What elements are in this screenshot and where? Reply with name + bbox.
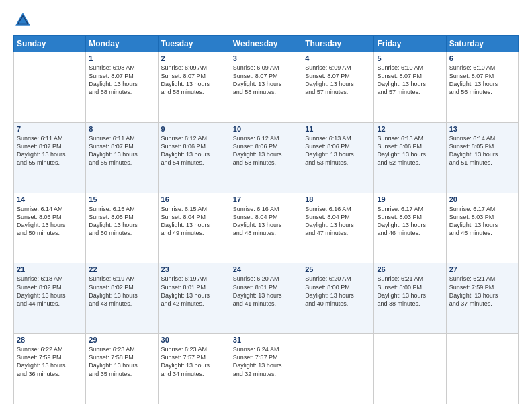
day-number: 3 [233, 54, 299, 62]
calendar-cell: 11Sunrise: 6:13 AM Sunset: 8:06 PM Dayli… [302, 122, 374, 193]
calendar-cell: 8Sunrise: 6:11 AM Sunset: 8:07 PM Daylig… [86, 122, 158, 193]
day-info: Sunrise: 6:22 AM Sunset: 7:59 PM Dayligh… [17, 345, 83, 378]
calendar-cell: 5Sunrise: 6:10 AM Sunset: 8:07 PM Daylig… [374, 52, 446, 123]
day-info: Sunrise: 6:11 AM Sunset: 8:07 PM Dayligh… [89, 134, 154, 167]
calendar-cell: 20Sunrise: 6:17 AM Sunset: 8:03 PM Dayli… [446, 193, 518, 263]
day-info: Sunrise: 6:24 AM Sunset: 7:57 PM Dayligh… [233, 345, 299, 378]
day-number: 27 [449, 265, 515, 273]
day-info: Sunrise: 6:13 AM Sunset: 8:06 PM Dayligh… [305, 134, 371, 167]
calendar-cell: 25Sunrise: 6:20 AM Sunset: 8:00 PM Dayli… [302, 263, 374, 334]
day-number: 22 [89, 265, 154, 273]
calendar-cell: 15Sunrise: 6:15 AM Sunset: 8:05 PM Dayli… [86, 193, 158, 263]
day-info: Sunrise: 6:17 AM Sunset: 8:03 PM Dayligh… [377, 205, 443, 238]
calendar-cell: 16Sunrise: 6:15 AM Sunset: 8:04 PM Dayli… [158, 193, 230, 263]
calendar-cell [374, 334, 446, 404]
page: SundayMondayTuesdayWednesdayThursdayFrid… [0, 0, 532, 411]
calendar-cell: 14Sunrise: 6:14 AM Sunset: 8:05 PM Dayli… [14, 193, 86, 263]
day-number: 11 [305, 125, 371, 133]
calendar-cell: 2Sunrise: 6:09 AM Sunset: 8:07 PM Daylig… [158, 52, 230, 123]
weekday-header-saturday: Saturday [446, 36, 518, 52]
calendar-table: SundayMondayTuesdayWednesdayThursdayFrid… [13, 35, 519, 404]
calendar-cell: 28Sunrise: 6:22 AM Sunset: 7:59 PM Dayli… [14, 334, 86, 404]
weekday-header-sunday: Sunday [14, 36, 86, 52]
calendar-cell: 22Sunrise: 6:19 AM Sunset: 8:02 PM Dayli… [86, 263, 158, 334]
day-number: 14 [17, 195, 83, 203]
calendar-cell: 4Sunrise: 6:09 AM Sunset: 8:07 PM Daylig… [302, 52, 374, 123]
day-number: 5 [377, 54, 443, 62]
weekday-header-tuesday: Tuesday [158, 36, 230, 52]
day-number: 6 [449, 54, 515, 62]
day-info: Sunrise: 6:14 AM Sunset: 8:05 PM Dayligh… [449, 134, 515, 167]
day-info: Sunrise: 6:19 AM Sunset: 8:02 PM Dayligh… [89, 275, 154, 308]
day-number: 13 [449, 125, 515, 133]
calendar-cell: 7Sunrise: 6:11 AM Sunset: 8:07 PM Daylig… [14, 122, 86, 193]
calendar-cell: 30Sunrise: 6:23 AM Sunset: 7:57 PM Dayli… [158, 334, 230, 404]
day-info: Sunrise: 6:16 AM Sunset: 8:04 PM Dayligh… [233, 205, 299, 238]
header [13, 11, 519, 30]
day-info: Sunrise: 6:14 AM Sunset: 8:05 PM Dayligh… [17, 205, 83, 238]
weekday-header-friday: Friday [374, 36, 446, 52]
day-number: 20 [449, 195, 515, 203]
calendar-cell: 9Sunrise: 6:12 AM Sunset: 8:06 PM Daylig… [158, 122, 230, 193]
day-info: Sunrise: 6:21 AM Sunset: 7:59 PM Dayligh… [449, 275, 515, 308]
calendar-cell: 12Sunrise: 6:13 AM Sunset: 8:06 PM Dayli… [374, 122, 446, 193]
calendar-cell: 31Sunrise: 6:24 AM Sunset: 7:57 PM Dayli… [230, 334, 302, 404]
day-number: 1 [89, 54, 154, 62]
day-info: Sunrise: 6:10 AM Sunset: 8:07 PM Dayligh… [449, 64, 515, 97]
day-number: 2 [161, 54, 227, 62]
day-info: Sunrise: 6:09 AM Sunset: 8:07 PM Dayligh… [233, 64, 299, 97]
day-info: Sunrise: 6:13 AM Sunset: 8:06 PM Dayligh… [377, 134, 443, 167]
calendar-cell [446, 334, 518, 404]
calendar-week-3: 14Sunrise: 6:14 AM Sunset: 8:05 PM Dayli… [14, 193, 519, 263]
day-info: Sunrise: 6:20 AM Sunset: 8:01 PM Dayligh… [233, 275, 299, 308]
weekday-header-wednesday: Wednesday [230, 36, 302, 52]
calendar-cell: 29Sunrise: 6:23 AM Sunset: 7:58 PM Dayli… [86, 334, 158, 404]
day-number: 23 [161, 265, 227, 273]
day-number: 17 [233, 195, 299, 203]
calendar-cell: 10Sunrise: 6:12 AM Sunset: 8:06 PM Dayli… [230, 122, 302, 193]
day-number: 31 [233, 336, 299, 344]
day-info: Sunrise: 6:16 AM Sunset: 8:04 PM Dayligh… [305, 205, 371, 238]
day-info: Sunrise: 6:12 AM Sunset: 8:06 PM Dayligh… [233, 134, 299, 167]
day-number: 8 [89, 125, 154, 133]
day-info: Sunrise: 6:15 AM Sunset: 8:04 PM Dayligh… [161, 205, 227, 238]
weekday-header-row: SundayMondayTuesdayWednesdayThursdayFrid… [14, 36, 519, 52]
calendar-cell [302, 334, 374, 404]
day-number: 9 [161, 125, 227, 133]
calendar-cell: 23Sunrise: 6:19 AM Sunset: 8:01 PM Dayli… [158, 263, 230, 334]
day-info: Sunrise: 6:18 AM Sunset: 8:02 PM Dayligh… [17, 275, 83, 308]
weekday-header-monday: Monday [86, 36, 158, 52]
day-info: Sunrise: 6:21 AM Sunset: 8:00 PM Dayligh… [377, 275, 443, 308]
day-number: 28 [17, 336, 83, 344]
day-number: 21 [17, 265, 83, 273]
day-number: 26 [377, 265, 443, 273]
calendar-week-1: 1Sunrise: 6:08 AM Sunset: 8:07 PM Daylig… [14, 52, 519, 123]
day-number: 30 [161, 336, 227, 344]
calendar-week-2: 7Sunrise: 6:11 AM Sunset: 8:07 PM Daylig… [14, 122, 519, 193]
day-number: 29 [89, 336, 154, 344]
day-info: Sunrise: 6:23 AM Sunset: 7:58 PM Dayligh… [89, 345, 154, 378]
day-info: Sunrise: 6:11 AM Sunset: 8:07 PM Dayligh… [17, 134, 83, 167]
day-number: 19 [377, 195, 443, 203]
weekday-header-thursday: Thursday [302, 36, 374, 52]
calendar-cell: 19Sunrise: 6:17 AM Sunset: 8:03 PM Dayli… [374, 193, 446, 263]
day-number: 10 [233, 125, 299, 133]
day-number: 15 [89, 195, 154, 203]
calendar-week-5: 28Sunrise: 6:22 AM Sunset: 7:59 PM Dayli… [14, 334, 519, 404]
calendar-cell: 26Sunrise: 6:21 AM Sunset: 8:00 PM Dayli… [374, 263, 446, 334]
day-info: Sunrise: 6:20 AM Sunset: 8:00 PM Dayligh… [305, 275, 371, 308]
calendar-week-4: 21Sunrise: 6:18 AM Sunset: 8:02 PM Dayli… [14, 263, 519, 334]
day-info: Sunrise: 6:08 AM Sunset: 8:07 PM Dayligh… [89, 64, 154, 97]
logo-icon [13, 11, 32, 30]
day-info: Sunrise: 6:15 AM Sunset: 8:05 PM Dayligh… [89, 205, 154, 238]
calendar-cell [14, 52, 86, 123]
day-number: 4 [305, 54, 371, 62]
calendar-cell: 6Sunrise: 6:10 AM Sunset: 8:07 PM Daylig… [446, 52, 518, 123]
logo [13, 11, 35, 30]
calendar-cell: 21Sunrise: 6:18 AM Sunset: 8:02 PM Dayli… [14, 263, 86, 334]
day-info: Sunrise: 6:12 AM Sunset: 8:06 PM Dayligh… [161, 134, 227, 167]
day-info: Sunrise: 6:09 AM Sunset: 8:07 PM Dayligh… [305, 64, 371, 97]
day-number: 24 [233, 265, 299, 273]
day-info: Sunrise: 6:09 AM Sunset: 8:07 PM Dayligh… [161, 64, 227, 97]
calendar-cell: 24Sunrise: 6:20 AM Sunset: 8:01 PM Dayli… [230, 263, 302, 334]
